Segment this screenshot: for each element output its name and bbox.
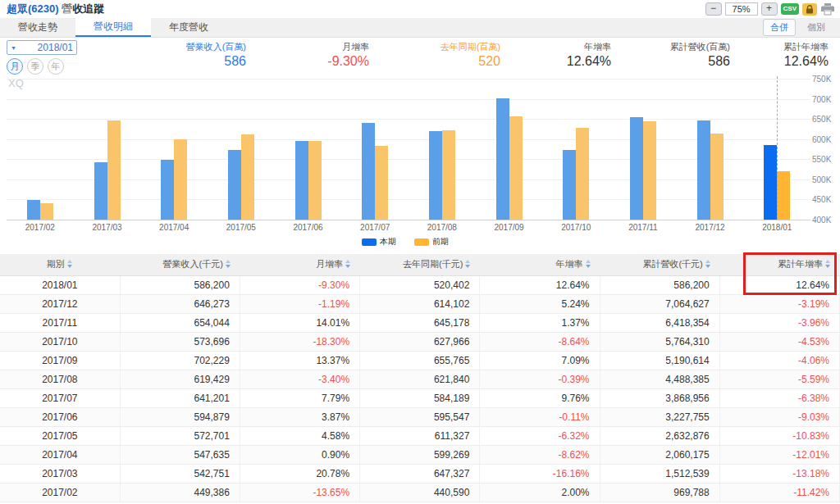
cell-value: 586,200 <box>120 275 240 294</box>
bar-前期[interactable] <box>777 171 790 220</box>
bar-本期[interactable] <box>563 150 576 220</box>
cell-value: 1,512,539 <box>600 464 719 483</box>
cell-value: 586,200 <box>600 275 719 294</box>
bar-group-2017/03 <box>74 79 141 220</box>
cell-value: 619,429 <box>120 370 240 388</box>
bar-本期[interactable] <box>496 98 509 220</box>
csv-export-button[interactable]: CSV <box>781 3 799 15</box>
bar-前期[interactable] <box>40 203 53 220</box>
bar-前期[interactable] <box>710 134 724 220</box>
stat-label: 累計營收(百萬) <box>616 41 730 53</box>
freq-pill-月[interactable]: 月 <box>7 58 23 75</box>
stat-value: 586 <box>161 54 246 69</box>
bar-本期[interactable] <box>295 141 308 220</box>
cell-value: 2,632,876 <box>600 426 719 445</box>
cell-value: 4,488,385 <box>600 370 719 388</box>
cell-value: 646,273 <box>120 294 240 313</box>
cell-value: 621,840 <box>360 370 480 388</box>
freq-pill-年[interactable]: 年 <box>48 58 64 75</box>
bar-本期[interactable] <box>429 131 442 220</box>
column-header-累計營收(千元)[interactable]: 累計營收(千元) <box>600 254 719 275</box>
view-toggle-個別[interactable]: 個別 <box>801 20 832 35</box>
cell-value: 520,402 <box>360 275 480 294</box>
tab-營收走勢[interactable]: 營收走勢 <box>0 18 75 37</box>
column-header-label: 年增率 <box>556 259 583 269</box>
cell-period: 2017/06 <box>0 407 120 426</box>
bar-前期[interactable] <box>442 130 455 220</box>
stat-5: 累計年增率12.64% <box>735 40 833 75</box>
column-header-年增率[interactable]: 年增率 <box>480 254 600 275</box>
bar-本期[interactable] <box>27 200 40 220</box>
legend-item-前期[interactable]: 前期 <box>414 236 449 247</box>
bar-本期[interactable] <box>697 120 710 220</box>
freq-pill-季[interactable]: 季 <box>27 58 43 75</box>
table-row: 2017/04547,6350.90%599,269-8.62%2,060,17… <box>0 445 840 464</box>
stat-4: 累計營收(百萬)586 <box>616 40 735 75</box>
bar-前期[interactable] <box>509 116 523 220</box>
page-title: 超眾(6230) 營收追蹤 <box>7 2 104 16</box>
bar-本期[interactable] <box>161 160 174 220</box>
legend-label: 前期 <box>432 236 449 247</box>
bar-前期[interactable] <box>308 141 322 220</box>
bar-前期[interactable] <box>174 139 187 220</box>
sort-icon <box>345 260 351 268</box>
stat-label: 累計年增率 <box>735 41 829 53</box>
x-axis-label: 2017/02 <box>7 223 74 232</box>
cell-period: 2017/11 <box>0 313 120 332</box>
zoom-level[interactable]: 75% <box>725 2 758 16</box>
cell-value: 20.78% <box>240 464 359 483</box>
x-axis-label: 2017/03 <box>74 223 141 232</box>
bar-前期[interactable] <box>375 146 388 220</box>
column-header-期別[interactable]: 期別 <box>0 254 120 275</box>
cell-value: 4.58% <box>240 426 359 445</box>
current-period-marker <box>777 76 778 220</box>
zoom-out-button[interactable]: − <box>705 2 722 16</box>
x-axis-label: 2017/12 <box>677 223 744 232</box>
table-header-row: 期別營業收入(千元)月增率去年同期(千元)年增率累計營收(千元)累計年增率 <box>0 254 840 275</box>
cell-period: 2017/10 <box>0 332 120 351</box>
period-select[interactable]: ▼ 2018/01 <box>7 40 77 55</box>
column-header-累計年增率[interactable]: 累計年增率 <box>719 254 839 275</box>
cell-value: -10.83% <box>719 426 839 445</box>
legend-label: 本期 <box>380 236 396 247</box>
stat-label: 營業收入(百萬) <box>161 41 246 53</box>
table-row: 2018/01586,200-9.30%520,40212.64%586,200… <box>0 275 840 294</box>
chart-plot: 400K450K500K550K600K650K700K750K <box>7 79 810 220</box>
column-header-營業收入(千元)[interactable]: 營業收入(千元) <box>120 254 240 275</box>
x-axis-label: 2017/07 <box>341 223 409 232</box>
column-header-月增率[interactable]: 月增率 <box>240 254 359 275</box>
column-header-去年同期(千元)[interactable]: 去年同期(千元) <box>360 254 480 275</box>
bar-前期[interactable] <box>643 121 656 220</box>
cell-period: 2017/07 <box>0 388 120 407</box>
bar-前期[interactable] <box>576 128 589 220</box>
bar-本期[interactable] <box>630 117 643 220</box>
chart-x-labels: 2017/022017/032017/042017/052017/062017/… <box>7 223 810 232</box>
stats-row: ▼ 2018/01 月季年 營業收入(百萬)586月增率-9.30%去年同期(百… <box>0 38 840 75</box>
bar-group-2017/09 <box>476 79 543 220</box>
legend-item-本期[interactable]: 本期 <box>362 236 396 247</box>
bar-本期[interactable] <box>362 123 375 220</box>
cell-value: 614,102 <box>360 294 480 313</box>
tab-年度營收[interactable]: 年度營收 <box>151 18 226 37</box>
cell-value: 6,418,354 <box>600 313 719 332</box>
bar-前期[interactable] <box>241 134 254 220</box>
cell-value: -3.19% <box>719 294 839 313</box>
cell-value: 594,879 <box>120 407 240 426</box>
printer-icon[interactable] <box>820 2 835 16</box>
stat-value: 12.64% <box>505 54 611 69</box>
bar-本期[interactable] <box>764 145 777 220</box>
bar-group-2017/11 <box>609 79 677 220</box>
tab-營收明細[interactable]: 營收明細 <box>75 18 151 37</box>
lock-icon[interactable] <box>802 3 817 16</box>
bar-本期[interactable] <box>94 162 107 220</box>
bar-本期[interactable] <box>228 150 241 220</box>
tab-spacer <box>226 18 763 37</box>
x-axis-label: 2017/06 <box>275 223 342 232</box>
view-toggle-合併[interactable]: 合併 <box>763 19 796 36</box>
cell-value: -16.16% <box>480 464 600 483</box>
table-row: 2017/06594,8793.87%595,547-0.11%3,227,75… <box>0 407 840 426</box>
cell-value: -18.30% <box>240 332 359 351</box>
zoom-in-button[interactable]: + <box>761 2 778 16</box>
bar-前期[interactable] <box>107 120 121 220</box>
column-header-label: 累計營收(千元) <box>642 259 702 269</box>
